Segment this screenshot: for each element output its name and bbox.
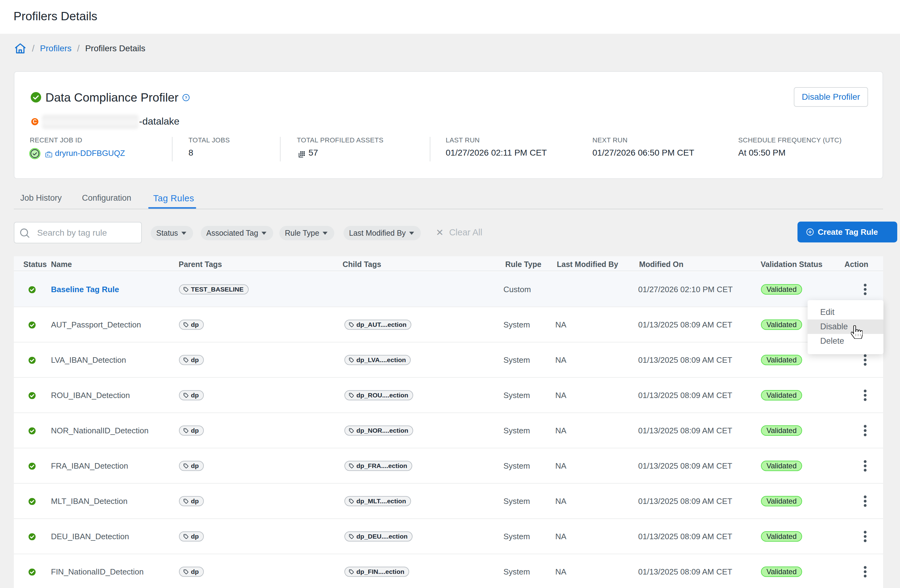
svg-text:?: ? [185,95,187,100]
